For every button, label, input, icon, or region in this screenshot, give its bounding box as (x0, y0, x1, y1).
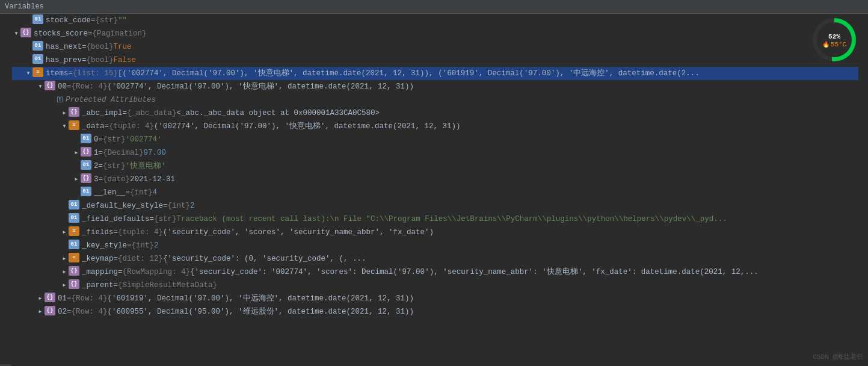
var-value: 4 (153, 187, 158, 199)
expand-arrow[interactable] (60, 279, 69, 291)
header-title: Variables (5, 2, 44, 11)
var-value: False (114, 54, 137, 66)
var-eq: = (99, 160, 103, 172)
var-row-_data[interactable]: ≡ _data = {tuple: 4} ('002774', Decimal(… (12, 120, 858, 133)
var-name: 2 (94, 160, 99, 172)
var-row-_abc_impl[interactable]: {} _abc_impl = {_abc_data} <_abc._abc_da… (12, 107, 858, 120)
var-row-has_prev[interactable]: 01 has_prev = {bool} False (12, 54, 858, 67)
expand-arrow[interactable] (36, 293, 45, 305)
var-value: ('002774', Decimal('97.00'), '快意电梯', dat… (154, 120, 461, 132)
var-type: {RowMapping: 4} (123, 266, 191, 278)
var-type: {Row: 4} (72, 306, 108, 318)
var-eq: = (123, 107, 128, 119)
var-row-_len[interactable]: 01 __len__ = {int} 4 (12, 186, 858, 199)
expand-arrow[interactable] (60, 120, 69, 132)
var-row-_fields[interactable]: ≡ _fields = {tuple: 4} ('security_code',… (12, 226, 858, 239)
type-icon-str: 01 (32, 14, 43, 24)
var-eq: = (99, 134, 103, 146)
var-row-_default_key_style[interactable]: 01 _default_key_style = {int} 2 (12, 199, 858, 212)
var-type: {bool} (87, 54, 114, 66)
var-row-items_00[interactable]: {} 00 = {Row: 4} ('002774', Decimal('97.… (12, 80, 858, 93)
var-type: {date} (103, 173, 130, 185)
var-type: {Row: 4} (72, 81, 108, 93)
var-name: 1 (94, 147, 99, 159)
expand-arrow[interactable] (60, 253, 69, 265)
expand-arrow[interactable] (36, 306, 45, 318)
var-eq: = (69, 67, 73, 79)
var-row-_data_2[interactable]: 01 2 = {str} '快意电梯' (12, 160, 858, 173)
var-row-protected_attr[interactable]: ⚿ Protected Attributes (12, 93, 858, 107)
expand-arrow[interactable] (60, 107, 69, 119)
var-name: items (46, 67, 69, 79)
type-icon-dict: ≡ (69, 253, 79, 262)
var-name: 0 (94, 134, 99, 146)
var-row-_parent[interactable]: {} _parent = {SimpleResultMetaData} (12, 279, 858, 292)
type-icon-tuple: ≡ (69, 226, 79, 236)
var-row-_data_3[interactable]: {} 3 = {date} 2021-12-31 (12, 173, 858, 186)
var-name: __len__ (94, 187, 126, 199)
var-name: _mapping (82, 266, 118, 278)
var-eq: = (118, 266, 123, 278)
var-type: {dict: 12} (118, 253, 163, 265)
var-type: {str} (103, 160, 126, 172)
var-eq: = (114, 253, 119, 265)
expand-arrow[interactable] (60, 266, 69, 278)
type-icon-obj: {} (45, 306, 55, 315)
var-type: {int} (168, 200, 191, 212)
var-eq: = (150, 213, 155, 225)
type-icon-int: 01 (69, 200, 79, 209)
watermark: CSDN @海盐老仨 (813, 352, 863, 361)
type-icon-str: 01 (81, 134, 91, 143)
var-eq: = (105, 120, 109, 132)
var-row-_data_0[interactable]: 01 0 = {str} '002774' (12, 133, 858, 146)
var-eq: = (127, 240, 132, 252)
var-value: ('security_code', 'scores', 'security_na… (163, 226, 434, 238)
var-value: ('600955', Decimal('95.00'), '维远股份', dat… (108, 306, 414, 318)
var-name: _data (82, 120, 105, 132)
type-icon-int: 01 (69, 240, 79, 249)
var-type: {tuple: 4} (118, 226, 163, 238)
var-eq: = (114, 279, 119, 291)
var-type: {Decimal} (103, 147, 144, 159)
var-type: {str} (103, 134, 126, 146)
var-value: 2021-12-31 (130, 173, 175, 185)
var-row-items[interactable]: ≡ items = {list: 15} [('002774', Decimal… (12, 67, 858, 80)
var-row-_keymap[interactable]: ≡ _keymap = {dict: 12} {'security_code':… (12, 252, 858, 265)
var-eq: = (99, 147, 103, 159)
var-row-has_next[interactable]: 01 has_next = {bool} True (12, 40, 858, 54)
expand-arrow[interactable] (72, 147, 81, 159)
var-name: _field_defaults (82, 213, 150, 225)
var-type: {SimpleResultMetaData} (118, 279, 217, 291)
var-row-_key_style[interactable]: 01 _key_style = {int} 2 (12, 239, 858, 252)
type-icon-list: ≡ (32, 67, 43, 77)
type-icon-str: 01 (69, 213, 79, 223)
var-name: has_prev (46, 54, 82, 66)
expand-arrow[interactable] (24, 67, 32, 79)
expand-arrow[interactable] (72, 173, 81, 185)
var-value: '快意电梯' (126, 160, 166, 172)
type-icon-bool: 01 (32, 54, 43, 64)
var-type: {Row: 4} (72, 293, 108, 305)
expand-arrow[interactable] (36, 81, 45, 93)
var-row-items_02[interactable]: {} 02 = {Row: 4} ('600955', Decimal('95.… (12, 305, 858, 318)
var-eq: = (114, 226, 119, 238)
var-row-_field_defaults[interactable]: 01 _field_defaults = {str} Traceback (mo… (12, 212, 858, 226)
header: Variables (0, 0, 868, 14)
var-name: _parent (82, 279, 114, 291)
var-row-_data_1[interactable]: {} 1 = {Decimal} 97.00 (12, 146, 858, 160)
var-name: _fields (82, 226, 114, 238)
var-name: stocks_score (34, 28, 88, 40)
var-type: {str} (154, 213, 177, 225)
var-row-items_01[interactable]: {} 01 = {Row: 4} ('601919', Decimal('97.… (12, 292, 858, 305)
expand-arrow[interactable] (12, 28, 20, 40)
type-icon-obj: {} (69, 279, 79, 289)
var-row-stocks_score[interactable]: {} stocks_score = {Pagination} (12, 27, 858, 40)
var-eq: = (126, 187, 131, 199)
expand-arrow[interactable] (60, 226, 69, 238)
var-row-_mapping[interactable]: {} _mapping = {RowMapping: 4} {'security… (12, 265, 858, 279)
type-icon-obj: {} (69, 107, 79, 117)
var-type: {bool} (87, 41, 114, 53)
var-value: {'security_code': (0, 'security_code', (… (163, 253, 366, 265)
var-eq: = (88, 28, 93, 40)
var-row-stock_code[interactable]: 01 stock_code = {str} "" (12, 14, 858, 27)
